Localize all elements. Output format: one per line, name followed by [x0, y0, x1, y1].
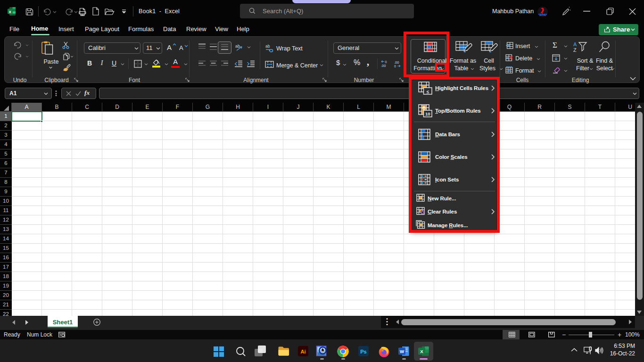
svg-text:W: W	[400, 349, 404, 354]
svg-text:X: X	[420, 349, 423, 354]
svg-text:A: A	[573, 41, 577, 47]
svg-text:.00: .00	[381, 64, 386, 68]
svg-text:Z: Z	[573, 47, 577, 53]
svg-text:ab: ab	[235, 44, 240, 49]
svg-text:ab: ab	[265, 44, 270, 49]
svg-text:.00: .00	[394, 60, 399, 65]
svg-text:0: 0	[394, 65, 396, 68]
svg-text:Ai: Ai	[301, 349, 306, 354]
svg-text:Ps: Ps	[360, 349, 366, 354]
svg-text:x: x	[9, 9, 11, 14]
svg-text:0: 0	[385, 60, 387, 64]
